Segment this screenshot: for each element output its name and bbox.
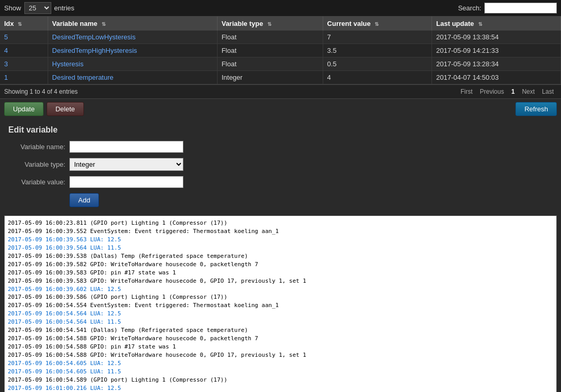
log-line: 2017-05-09 16:00:39.564 LUA: 11.5 [8,244,553,252]
entries-select[interactable]: 25 10 50 100 [24,2,51,14]
log-line: 2017-05-09 16:00:39.538 (Dallas) Temp (R… [8,252,553,260]
next-page-btn[interactable]: Next [519,87,538,96]
pagination-controls: First Previous 1 Next Last [457,87,557,96]
cell-idx: 5 [0,31,48,44]
current-page[interactable]: 1 [508,87,518,96]
log-line: 2017-05-09 16:00:54.541 (Dallas) Temp (R… [8,326,553,335]
cell-last-update: 2017-04-07 14:50:03 [432,71,561,84]
col-variable-type[interactable]: Variable type ⇅ [217,17,323,31]
action-bar-left: Update Delete [4,102,84,116]
table-header-row: Idx ⇅ Variable name ⇅ Variable type ⇅ Cu… [0,17,561,31]
sort-icon-type: ⇅ [267,21,271,27]
table-row[interactable]: 3 Hysteresis Float 0.5 2017-05-09 13:28:… [0,57,561,71]
variables-table: Idx ⇅ Variable name ⇅ Variable type ⇅ Cu… [0,17,561,84]
search-area: Search: [458,3,557,13]
cell-current-value: 7 [323,31,431,44]
pagination-bar: Showing 1 to 4 of 4 entries First Previo… [0,84,561,99]
cell-variable-type: Float [217,44,323,57]
cell-last-update: 2017-05-09 13:28:34 [432,57,561,71]
table-row[interactable]: 5 DesiredTempLowHysteresis Float 7 2017-… [0,31,561,44]
log-line: 2017-05-09 16:00:39.582 GPIO: WriteToHar… [8,260,553,269]
log-line: 2017-05-09 16:00:39.552 EventSystem: Eve… [8,227,553,236]
log-line: 2017-05-09 16:00:39.583 GPIO: pin #17 st… [8,269,553,277]
variable-type-label: Variable type: [8,161,65,168]
cell-current-value: 0.5 [323,57,431,71]
delete-button[interactable]: Delete [47,102,84,116]
show-entries-control: Show 25 10 50 100 entries [4,2,75,14]
log-line: 2017-05-09 16:01:00.216 LUA: 12.5 [8,384,553,392]
first-page-btn[interactable]: First [457,87,476,96]
col-current-value[interactable]: Current value ⇅ [323,17,431,31]
variable-type-select[interactable]: Integer Float String [69,158,183,171]
log-line: 2017-05-09 16:00:39.602 LUA: 12.5 [8,285,553,294]
log-line: 2017-05-09 16:00:54.605 LUA: 11.5 [8,368,553,376]
col-last-update[interactable]: Last update ⇅ [432,17,561,31]
sort-icon-value: ⇅ [375,21,379,27]
cell-variable-name: Desired temperature [48,71,217,84]
variable-name-label: Variable name: [8,143,65,151]
top-bar: Show 25 10 50 100 entries Search: [0,0,561,17]
log-line: 2017-05-09 16:00:54.588 GPIO: WriteToHar… [8,335,553,343]
search-label: Search: [458,4,481,12]
search-input[interactable] [484,3,557,13]
variable-value-input[interactable] [69,176,183,188]
cell-current-value: 3.5 [323,44,431,57]
cell-variable-name: Hysteresis [48,57,217,71]
log-line: 2017-05-09 16:00:39.583 GPIO: WriteToHar… [8,277,553,285]
log-line: 2017-05-09 16:00:54.588 GPIO: WriteToHar… [8,351,553,359]
table-row[interactable]: 1 Desired temperature Integer 4 2017-04-… [0,71,561,84]
edit-variable-section: Edit variable Variable name: Variable ty… [0,119,561,213]
log-line: 2017-05-09 16:00:54.564 LUA: 11.5 [8,318,553,326]
col-variable-name[interactable]: Variable name ⇅ [48,17,217,31]
variable-value-row: Variable value: [8,176,553,188]
cell-idx: 4 [0,44,48,57]
action-bar: Update Delete Refresh [0,99,561,119]
cell-last-update: 2017-05-09 14:21:33 [432,44,561,57]
sort-icon-idx: ⇅ [18,21,22,27]
log-line: 2017-05-09 16:00:39.563 LUA: 12.5 [8,236,553,244]
table-row[interactable]: 4 DesiredTempHighHysteresis Float 3.5 20… [0,44,561,57]
log-line: 2017-05-09 16:00:54.564 LUA: 12.5 [8,310,553,318]
previous-page-btn[interactable]: Previous [477,87,507,96]
variable-value-label: Variable value: [8,178,65,186]
cell-variable-name: DesiredTempLowHysteresis [48,31,217,44]
variable-name-row: Variable name: [8,141,553,153]
update-button[interactable]: Update [4,102,44,116]
last-page-btn[interactable]: Last [539,87,557,96]
refresh-button[interactable]: Refresh [515,102,557,116]
variable-type-row: Variable type: Integer Float String [8,158,553,171]
cell-idx: 1 [0,71,48,84]
cell-current-value: 4 [323,71,431,84]
variable-name-input[interactable] [69,141,183,153]
sort-icon-name: ⇅ [102,21,106,27]
log-line: 2017-05-09 16:00:54.589 (GPIO port) Ligh… [8,376,553,384]
log-console[interactable]: 2017-05-09 16:00:23.811 (GPIO port) Ligh… [4,215,557,392]
log-line: 2017-05-09 16:00:23.811 (GPIO port) Ligh… [8,219,553,227]
cell-variable-type: Integer [217,71,323,84]
cell-variable-type: Float [217,57,323,71]
log-line: 2017-05-09 16:00:39.586 (GPIO port) Ligh… [8,293,553,301]
cell-last-update: 2017-05-09 13:38:54 [432,31,561,44]
showing-text: Showing 1 to 4 of 4 entries [4,88,78,95]
col-idx[interactable]: Idx ⇅ [0,17,48,31]
cell-idx: 3 [0,57,48,71]
table-body: 5 DesiredTempLowHysteresis Float 7 2017-… [0,31,561,84]
add-button[interactable]: Add [69,193,99,207]
edit-variable-title: Edit variable [8,125,553,135]
log-line: 2017-05-09 16:00:54.554 EventSystem: Eve… [8,301,553,310]
show-label: Show [4,4,21,12]
cell-variable-type: Float [217,31,323,44]
sort-icon-update: ⇅ [478,21,482,27]
log-line: 2017-05-09 16:00:54.588 GPIO: pin #17 st… [8,343,553,351]
cell-variable-name: DesiredTempHighHysteresis [48,44,217,57]
log-line: 2017-05-09 16:00:54.605 LUA: 12.5 [8,359,553,368]
entries-label: entries [54,4,75,12]
